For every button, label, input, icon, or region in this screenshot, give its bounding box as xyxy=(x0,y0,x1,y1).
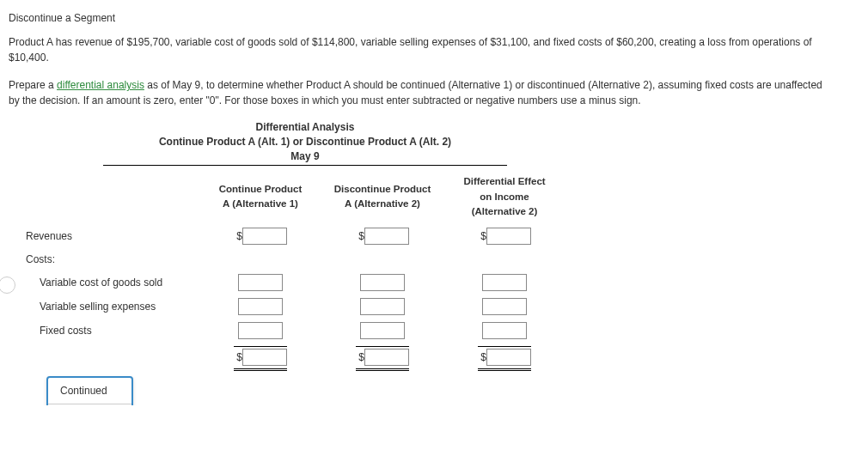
fixed-alt2-input[interactable] xyxy=(360,322,405,339)
text: A (Alternative 2) xyxy=(345,198,420,209)
text: (Alternative 2) xyxy=(472,206,538,216)
dollar-sign: $ xyxy=(478,349,486,365)
dollar-sign: $ xyxy=(478,228,486,244)
vcogs-alt1-input[interactable] xyxy=(238,274,283,291)
dollar-sign: $ xyxy=(234,349,242,365)
text: , creating a loss from operations of xyxy=(654,36,812,48)
text: Prepare a xyxy=(9,79,57,91)
vsell-alt1-input[interactable] xyxy=(238,298,283,315)
text: . xyxy=(46,52,48,64)
vcogs-alt2-input[interactable] xyxy=(360,274,405,291)
text: Discontinue Product xyxy=(334,184,431,194)
revenues-diff-input[interactable] xyxy=(486,228,531,245)
option-discontinued[interactable]: Discontinued xyxy=(48,404,131,405)
total-alt1-input[interactable] xyxy=(242,349,287,366)
text: Continue Product xyxy=(219,184,302,194)
decision-area: Continued Discontinued Dect A should be … xyxy=(26,380,859,395)
revenues-alt1-input[interactable] xyxy=(242,228,287,245)
analysis-table: Continue Product A (Alternative 1) Disco… xyxy=(26,173,565,369)
fixed-alt1-input[interactable] xyxy=(238,322,283,339)
dollar-sign: $ xyxy=(356,349,364,365)
instructions-paragraph: Prepare a differential analysis as of Ma… xyxy=(9,77,834,108)
vsell-diff-input[interactable] xyxy=(482,298,527,315)
dollar-sign: $ xyxy=(356,228,364,244)
text: , variable selling expenses of xyxy=(355,36,490,48)
col-header-diff: Differential Effect on Income (Alternati… xyxy=(443,173,565,224)
row-vcogs-label: Variable cost of goods sold xyxy=(26,270,199,295)
amount-vsell: $31,100 xyxy=(490,36,527,48)
row-fixed-label: Fixed costs xyxy=(26,319,199,343)
text: , and fixed costs of xyxy=(528,36,616,48)
fixed-diff-input[interactable] xyxy=(482,322,527,339)
text: , variable cost of goods sold of xyxy=(170,36,312,48)
row-vsell-label: Variable selling expenses xyxy=(26,295,199,319)
check-answer-icon[interactable] xyxy=(0,277,15,294)
text: on Income xyxy=(480,191,529,202)
option-continued[interactable]: Continued xyxy=(48,378,131,404)
row-revenues-label: Revenues xyxy=(26,224,199,248)
total-alt2-input[interactable] xyxy=(364,349,409,366)
total-diff-input[interactable] xyxy=(486,349,531,366)
text: A (Alternative 1) xyxy=(223,198,298,209)
page-title: Discontinue a Segment xyxy=(9,10,859,26)
text: Differential Effect xyxy=(463,176,545,186)
analysis-date: May 9 xyxy=(103,149,507,164)
dollar-sign: $ xyxy=(234,228,242,244)
vsell-alt2-input[interactable] xyxy=(360,298,405,315)
analysis-section: Differential Analysis Continue Product A… xyxy=(103,120,859,369)
analysis-header: Differential Analysis Continue Product A… xyxy=(103,120,507,167)
amount-vcogs: $114,800 xyxy=(312,36,355,48)
row-total-label xyxy=(26,343,199,369)
col-header-alt2: Discontinue Product A (Alternative 2) xyxy=(321,173,443,224)
amount-fixed: $60,200 xyxy=(616,36,653,48)
revenues-alt2-input[interactable] xyxy=(364,228,409,245)
analysis-subtitle: Continue Product A (Alt. 1) or Discontin… xyxy=(103,135,507,149)
col-header-alt1: Continue Product A (Alternative 1) xyxy=(199,173,321,224)
row-costs-label: Costs: xyxy=(26,248,199,270)
amount-revenue: $195,700 xyxy=(126,36,169,48)
decision-dropdown-popup: Continued Discontinued xyxy=(46,376,133,405)
vcogs-diff-input[interactable] xyxy=(482,274,527,291)
text: Product A has revenue of xyxy=(9,36,126,48)
analysis-title: Differential Analysis xyxy=(103,120,507,135)
differential-analysis-link[interactable]: differential analysis xyxy=(57,79,144,91)
amount-loss: $10,400 xyxy=(9,52,46,64)
intro-paragraph: Product A has revenue of $195,700, varia… xyxy=(9,34,834,65)
